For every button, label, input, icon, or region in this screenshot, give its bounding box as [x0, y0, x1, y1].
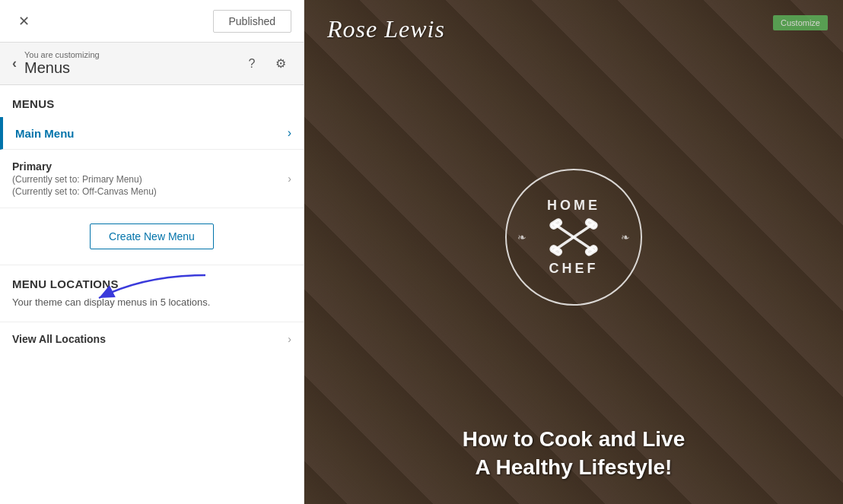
hero-heading: How to Cook and Live A Healthy Lifestyle…: [320, 426, 828, 481]
menus-heading: Menus: [12, 97, 55, 110]
wheat-left-icon: ❧: [517, 231, 526, 243]
chef-chef-text: CHEF: [549, 261, 599, 277]
primary-sub1: (Currently set to: Primary Menu): [12, 174, 157, 185]
create-menu-section: Create New Menu: [0, 208, 304, 265]
chef-logo: ❧ ❧ HOME CHEF: [505, 169, 642, 306]
help-button[interactable]: ?: [241, 53, 262, 74]
main-menu-label: Main Menu: [15, 127, 75, 140]
main-menu-item[interactable]: Main Menu ›: [0, 117, 304, 150]
menus-section: Menus: [0, 85, 304, 117]
primary-chevron: ›: [288, 173, 291, 185]
main-menu-chevron: ›: [288, 126, 291, 140]
left-panel: ✕ Published ‹ You are customizing Menus …: [0, 0, 304, 504]
chef-home-text: HOME: [547, 198, 600, 214]
published-button[interactable]: Published: [213, 10, 292, 33]
menu-locations-section: Menu Locations Your theme can display me…: [0, 265, 304, 315]
close-button[interactable]: ✕: [12, 10, 35, 33]
preview-background: Rose Lewis Customize ❧ ❧ HOME: [304, 0, 843, 504]
preview-panel: Rose Lewis Customize ❧ ❧ HOME: [304, 0, 843, 504]
primary-item[interactable]: Primary (Currently set to: Primary Menu)…: [0, 150, 304, 208]
customizing-bar: ‹ You are customizing Menus ? ⚙: [0, 43, 304, 85]
customizing-right: ? ⚙: [241, 53, 291, 74]
top-bar: ✕ Published: [0, 0, 304, 43]
top-bar-preview: Customize: [773, 15, 828, 30]
site-title: Rose Lewis: [327, 15, 445, 43]
create-new-menu-button[interactable]: Create New Menu: [90, 223, 214, 249]
view-all-label: View All Locations: [12, 333, 106, 345]
rolling-pins-icon: [547, 218, 600, 256]
wheat-right-icon: ❧: [621, 231, 630, 243]
view-all-chevron: ›: [288, 333, 291, 345]
primary-title: Primary: [12, 160, 157, 173]
hero-text: How to Cook and Live A Healthy Lifestyle…: [304, 426, 843, 481]
menu-locations-description: Your theme can display menus in 5 locati…: [12, 296, 291, 309]
primary-sub2: (Currently set to: Off-Canvas Menu): [12, 186, 157, 197]
customizing-text-block: You are customizing Menus: [24, 50, 100, 77]
menu-locations-heading: Menu Locations: [12, 277, 119, 290]
primary-text-block: Primary (Currently set to: Primary Menu)…: [12, 160, 157, 197]
back-button[interactable]: ‹: [12, 55, 17, 71]
settings-button[interactable]: ⚙: [270, 53, 291, 74]
chef-circle: ❧ ❧ HOME CHEF: [505, 169, 642, 306]
customizing-left: ‹ You are customizing Menus: [12, 50, 100, 77]
customizing-title: Menus: [24, 59, 100, 77]
main-menu-wrapper: Main Menu ›: [0, 117, 304, 150]
you-are-customizing-label: You are customizing: [24, 50, 100, 59]
view-all-locations-item[interactable]: View All Locations ›: [0, 322, 304, 356]
